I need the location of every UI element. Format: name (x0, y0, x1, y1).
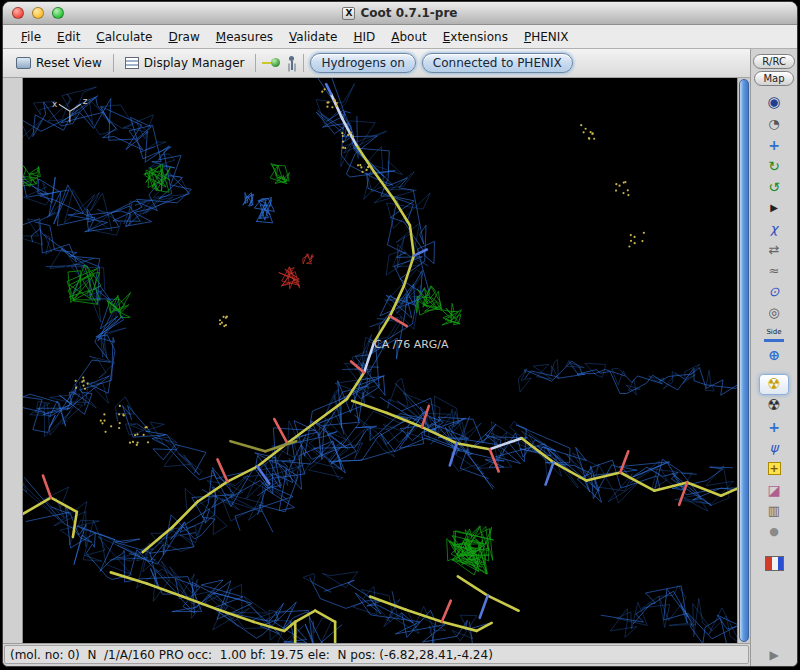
left-gutter (3, 78, 23, 643)
scrollbar-thumb[interactable] (739, 79, 749, 642)
reset-view-button[interactable]: Reset View (11, 54, 107, 72)
menu-hid[interactable]: HID (345, 27, 383, 47)
toolbar: Reset View Display Manager Hydrogens on … (3, 49, 750, 78)
menu-draw[interactable]: Draw (160, 27, 207, 47)
toolbar-separator (113, 54, 114, 72)
regularize-icon[interactable]: ☢ (759, 395, 789, 416)
mutate-icon[interactable]: ◪ (759, 479, 789, 500)
torsion-icon[interactable]: ↺ (759, 176, 789, 197)
right-toolbar: R/RC Map ◉ ◔ + ↻ ↺ ▶ χ ⇄ ≈ ⊙ ◎ Side ⊕ ☢ … (750, 49, 797, 666)
backbone-icon[interactable]: ≈ (759, 260, 789, 281)
menu-calculate[interactable]: Calculate (88, 27, 160, 47)
sphere-refine-icon[interactable]: ⊙ (759, 281, 789, 302)
grid-icon (125, 57, 139, 69)
rotamers-icon[interactable]: ψ (759, 437, 789, 458)
translate-icon[interactable]: + (759, 134, 789, 155)
map-button[interactable]: Map (754, 71, 793, 86)
menu-file[interactable]: File (13, 27, 49, 47)
real-space-refine-icon[interactable]: ☢ (759, 374, 789, 395)
toolbar-separator (303, 54, 304, 72)
side-view-icon[interactable]: Side (764, 325, 784, 342)
phenix-connection-button[interactable]: Connected to PHENIX (422, 53, 573, 73)
canvas-scrollbar[interactable] (737, 78, 750, 643)
rotate-zone-icon[interactable]: ↻ (759, 155, 789, 176)
menu-measures[interactable]: Measures (208, 27, 281, 47)
rrc-button[interactable]: R/RC (753, 54, 795, 69)
sphere-icon[interactable]: ● (759, 521, 789, 542)
residue-label: CA /76 ARG/A (374, 338, 449, 351)
titlebar[interactable]: X Coot 0.7.1-pre (3, 2, 797, 25)
tool-icon-stack: ◉ ◔ + ↻ ↺ ▶ χ ⇄ ≈ ⊙ ◎ Side ⊕ ☢ ☢ + ψ + ◪… (759, 92, 789, 571)
window-title-text: Coot 0.7.1-pre (360, 6, 457, 20)
toolbar-separator (255, 54, 256, 72)
menubar: File Edit Calculate Draw Measures Valida… (3, 25, 797, 49)
play-icon[interactable]: ▶ (759, 197, 789, 218)
add-residue-icon[interactable]: + (759, 458, 789, 479)
x11-icon: X (342, 7, 355, 20)
expand-arrow-icon: ▶ (769, 648, 778, 662)
coot-window: X Coot 0.7.1-pre File Edit Calculate Dra… (2, 1, 798, 667)
validation-figure-icon[interactable] (286, 56, 297, 71)
monitor-icon (16, 57, 31, 69)
reset-view-label: Reset View (36, 56, 102, 70)
window-controls (12, 7, 64, 19)
menu-phenix[interactable]: PHENIX (516, 27, 577, 47)
flip-icon[interactable]: ⇄ (759, 239, 789, 260)
axis-x-label: x (52, 99, 58, 109)
display-manager-label: Display Manager (144, 56, 245, 70)
view-sphere-icon[interactable]: ◉ (759, 92, 789, 113)
window-title: X Coot 0.7.1-pre (3, 2, 797, 24)
menu-edit[interactable]: Edit (49, 27, 88, 47)
pan-icon[interactable]: ⊕ (759, 344, 789, 365)
display-manager-button[interactable]: Display Manager (120, 54, 250, 72)
zoom-button[interactable] (52, 7, 64, 19)
menu-extensions[interactable]: Extensions (435, 27, 516, 47)
molecular-canvas[interactable]: x z CA /76 ARG/A (23, 78, 737, 643)
go-to-atom-icon[interactable] (262, 57, 280, 69)
menu-validate[interactable]: Validate (281, 27, 345, 47)
eye-icon[interactable]: ◎ (759, 302, 789, 323)
status-bar: (mol. no: 0) N /1/A/160 PRO occ: 1.00 bf… (4, 645, 749, 664)
menu-about[interactable]: About (383, 27, 435, 47)
density-view: x z CA /76 ARG/A (23, 78, 737, 643)
delete-icon[interactable]: ▥ (759, 500, 789, 521)
close-button[interactable] (12, 7, 24, 19)
clock-icon[interactable]: ◔ (759, 113, 789, 134)
rigid-body-icon[interactable]: + (759, 416, 789, 437)
chi-angles-icon[interactable]: χ (759, 218, 789, 239)
hydrogens-toggle-button[interactable]: Hydrogens on (310, 53, 415, 73)
status-row: (mol. no: 0) N /1/A/160 PRO occ: 1.00 bf… (3, 643, 750, 666)
axis-z-label: z (83, 96, 88, 106)
minimize-button[interactable] (32, 7, 44, 19)
display-flag-icon[interactable] (765, 556, 784, 571)
toolbar-expand-button[interactable]: ▶ (751, 643, 797, 666)
